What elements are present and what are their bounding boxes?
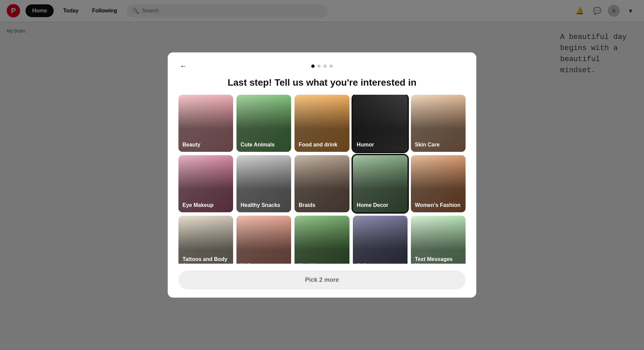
category-card-braids[interactable]: Braids xyxy=(294,155,349,212)
progress-dot-3 xyxy=(323,64,327,68)
modal-header: ← xyxy=(168,52,476,77)
category-card-nails[interactable]: Nails xyxy=(236,216,291,264)
category-grid: BeautyCute AnimalsFood and drinkHumorSki… xyxy=(178,95,466,264)
category-card-nutrition[interactable]: Nutrition xyxy=(294,216,349,264)
progress-indicator xyxy=(311,64,333,68)
interests-modal: ← Last step! Tell us what you're interes… xyxy=(168,52,476,298)
progress-dot-4 xyxy=(329,64,333,68)
progress-dot-1 xyxy=(311,64,315,68)
category-label: Humor xyxy=(357,141,404,148)
category-label: Skin Care xyxy=(415,141,462,148)
category-card-healthy-snacks[interactable]: Healthy Snacks xyxy=(236,155,291,212)
category-label: Nails xyxy=(240,262,287,264)
category-card-food-drink[interactable]: Food and drink xyxy=(294,95,349,152)
progress-dot-2 xyxy=(317,64,321,68)
category-label: Anime xyxy=(357,262,404,264)
back-button[interactable]: ← xyxy=(178,60,189,72)
modal-footer: Pick 2 more xyxy=(168,264,476,298)
category-card-humor[interactable]: Humor xyxy=(353,95,408,152)
category-card-tattoos[interactable]: Tattoos and Body Art xyxy=(178,216,233,264)
pick-more-button[interactable]: Pick 2 more xyxy=(178,270,466,290)
category-card-skin-care[interactable]: Skin Care xyxy=(411,95,466,152)
category-label: Cute Animals xyxy=(240,141,287,148)
category-label: Home Decor xyxy=(357,202,404,208)
category-label: Tattoos and Body Art xyxy=(182,256,229,264)
category-label: Nutrition xyxy=(299,262,345,264)
category-card-anime[interactable]: Anime xyxy=(353,216,408,264)
category-label: Eye Makeup xyxy=(182,202,229,208)
category-label: Text Messages Humor xyxy=(415,256,462,264)
category-label: Food and drink xyxy=(299,141,345,148)
category-overlay xyxy=(294,216,349,264)
category-overlay xyxy=(236,216,291,264)
category-card-cute-animals[interactable]: Cute Animals xyxy=(236,95,291,152)
category-card-home-decor[interactable]: Home Decor xyxy=(353,155,408,212)
category-label: Beauty xyxy=(182,141,229,148)
category-label: Women's Fashion xyxy=(415,202,462,208)
category-card-text-messages[interactable]: Text Messages Humor xyxy=(411,216,466,264)
category-overlay xyxy=(353,216,408,264)
modal-body: BeautyCute AnimalsFood and drinkHumorSki… xyxy=(168,95,476,264)
modal-title: Last step! Tell us what you're intereste… xyxy=(168,77,476,95)
category-card-womens-fashion[interactable]: Women's Fashion xyxy=(411,155,466,212)
category-label: Healthy Snacks xyxy=(240,202,287,208)
category-card-beauty[interactable]: Beauty xyxy=(178,95,233,152)
category-card-eye-makeup[interactable]: Eye Makeup xyxy=(178,155,233,212)
category-label: Braids xyxy=(299,202,345,208)
